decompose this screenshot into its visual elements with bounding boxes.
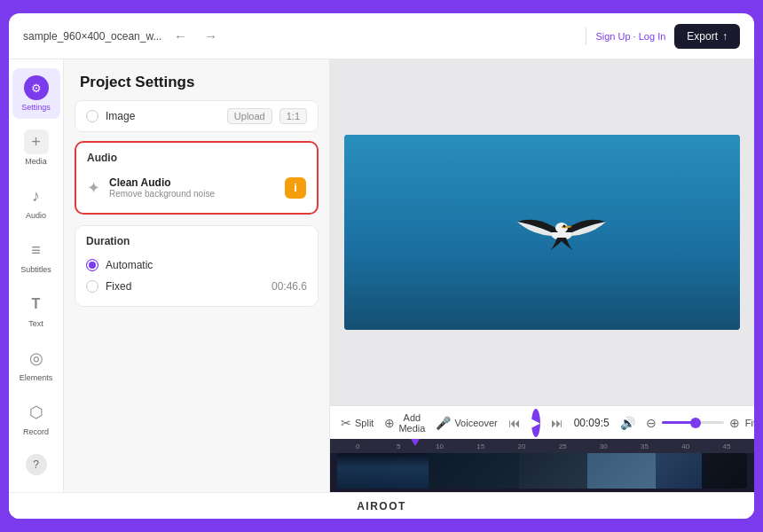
sidebar-label-media: Media: [25, 157, 47, 166]
rewind-button[interactable]: ⏮: [508, 411, 521, 434]
sidebar-item-media[interactable]: + Media: [12, 122, 60, 173]
upload-button[interactable]: Upload: [227, 108, 272, 124]
mark-45: 45: [706, 442, 747, 450]
back-button[interactable]: ←: [169, 25, 192, 48]
image-row: Image Upload 1:1: [75, 100, 319, 132]
strip-segment-6: [702, 453, 747, 489]
zoom-thumb: [690, 418, 701, 428]
top-bar: sample_960×400_ocean_w... ← → Sign Up · …: [9, 13, 754, 59]
sidebar-label-subtitles: Subtitles: [20, 265, 51, 274]
timeline-strip[interactable]: [337, 453, 747, 489]
strip-segment-2: [429, 453, 520, 489]
mark-10: 10: [419, 442, 460, 450]
brand-name: AIROOT: [357, 500, 406, 512]
audio-desc: Remove background noise: [109, 189, 276, 199]
fixed-time: 00:46.6: [271, 280, 307, 293]
record-icon: ⬡: [24, 400, 49, 425]
mark-15: 15: [460, 442, 501, 450]
sidebar-item-record[interactable]: ⬡ Record: [12, 393, 60, 443]
sidebar: ⚙ Settings + Media ♪ Audio ≡ Subtitles T…: [9, 59, 64, 492]
main-content: ⚙ Settings + Media ♪ Audio ≡ Subtitles T…: [9, 59, 754, 492]
sidebar-label-record: Record: [23, 427, 49, 436]
sidebar-label-elements: Elements: [20, 373, 53, 382]
sparkle-icon: ✦: [87, 178, 100, 198]
mark-30: 30: [583, 442, 624, 450]
bottom-toolbar: ✂ Split ⊕ Add Media 🎤 Voiceover ⏮ ▶ ⏭ 00…: [330, 405, 754, 439]
audio-name: Clean Audio: [109, 176, 276, 189]
strip-segment-5: [656, 453, 701, 489]
strip-segment-1: [337, 453, 429, 489]
bird-svg: [508, 197, 615, 268]
settings-icon: ⚙: [24, 75, 49, 100]
auth-links[interactable]: Sign Up · Log In: [595, 31, 665, 42]
settings-panel: Project Settings Image Upload 1:1 Audio …: [64, 59, 330, 492]
divider: [586, 27, 586, 45]
duration-title: Duration: [86, 235, 307, 247]
preview-area: ✂ Split ⊕ Add Media 🎤 Voiceover ⏮ ▶ ⏭ 00…: [330, 59, 754, 492]
fixed-radio[interactable]: [86, 280, 98, 293]
forward-button[interactable]: →: [199, 25, 222, 48]
strip-segment-4: [587, 453, 656, 489]
aspect-button[interactable]: 1:1: [279, 108, 307, 124]
time-display: 00:09:5: [574, 417, 610, 429]
playhead: [411, 439, 420, 446]
svg-point-2: [563, 225, 566, 228]
ruler-marks: 0 5 10 15 20 25 30 35 40 45: [337, 442, 747, 450]
mark-20: 20: [501, 442, 542, 450]
video-preview: [330, 59, 754, 405]
help-icon: ?: [26, 454, 47, 475]
play-button[interactable]: ▶: [531, 409, 540, 437]
automatic-radio[interactable]: [86, 259, 98, 271]
zoom-bar: ⊖ ⊕ Fit ∿: [646, 416, 754, 430]
fixed-label: Fixed: [106, 280, 264, 293]
brand-footer: AIROOT: [9, 492, 754, 519]
info-badge[interactable]: i: [285, 177, 306, 199]
timeline-ruler: 0 5 10 15 20 25 30 35 40 45: [330, 439, 754, 453]
fast-forward-button[interactable]: ⏭: [551, 411, 563, 434]
video-frame: [344, 135, 740, 330]
fit-label[interactable]: Fit: [745, 418, 754, 428]
audio-section-title: Audio: [87, 152, 306, 164]
sidebar-item-audio[interactable]: ♪ Audio: [12, 176, 60, 227]
subtitles-icon: ≡: [24, 238, 49, 262]
automatic-label: Automatic: [106, 259, 307, 271]
audio-item: ✦ Clean Audio Remove background noise i: [87, 171, 306, 204]
media-icon: +: [24, 129, 49, 154]
timeline-area: 0 5 10 15 20 25 30 35 40 45: [330, 439, 754, 492]
audio-section: Audio ✦ Clean Audio Remove background no…: [75, 141, 319, 215]
mark-40: 40: [665, 442, 706, 450]
export-button[interactable]: Export ↑: [674, 24, 740, 49]
sidebar-item-help[interactable]: ?: [12, 447, 60, 482]
strip-segment-3: [519, 453, 587, 489]
sidebar-label-audio: Audio: [26, 211, 46, 220]
sidebar-item-settings[interactable]: ⚙ Settings: [12, 68, 60, 119]
voiceover-icon: 🎤: [436, 416, 451, 430]
image-label: Image: [106, 110, 220, 122]
text-icon: T: [24, 292, 49, 317]
duration-item-fixed[interactable]: Fixed 00:46.6: [86, 276, 307, 297]
elements-icon: ◎: [24, 346, 49, 371]
top-bar-left: sample_960×400_ocean_w... ← →: [23, 25, 577, 48]
duration-item-automatic[interactable]: Automatic: [86, 254, 307, 276]
content-area: Project Settings Image Upload 1:1 Audio …: [64, 59, 754, 492]
sidebar-item-elements[interactable]: ◎ Elements: [12, 339, 60, 389]
volume-icon[interactable]: 🔊: [620, 416, 635, 430]
add-media-icon: ⊕: [384, 416, 395, 430]
zoom-slider[interactable]: [662, 421, 724, 424]
audio-icon: ♪: [24, 184, 49, 208]
duration-section: Duration Automatic Fixed 00:46.6: [75, 225, 319, 307]
split-icon: ✂: [341, 416, 351, 430]
sidebar-item-subtitles[interactable]: ≡ Subtitles: [12, 231, 60, 281]
audio-info: Clean Audio Remove background noise: [109, 176, 276, 199]
zoom-in-icon[interactable]: ⊕: [729, 416, 740, 430]
zoom-out-icon[interactable]: ⊖: [646, 416, 657, 430]
image-radio[interactable]: [86, 110, 98, 122]
voiceover-button[interactable]: 🎤 Voiceover: [436, 416, 497, 430]
split-button[interactable]: ✂ Split: [341, 416, 374, 430]
filename: sample_960×400_ocean_w...: [23, 30, 161, 43]
sky-background: [344, 135, 740, 330]
sidebar-item-text[interactable]: T Text: [12, 285, 60, 335]
mark-25: 25: [542, 442, 583, 450]
add-media-button[interactable]: ⊕ Add Media: [384, 412, 425, 434]
sidebar-label-text: Text: [28, 319, 43, 328]
